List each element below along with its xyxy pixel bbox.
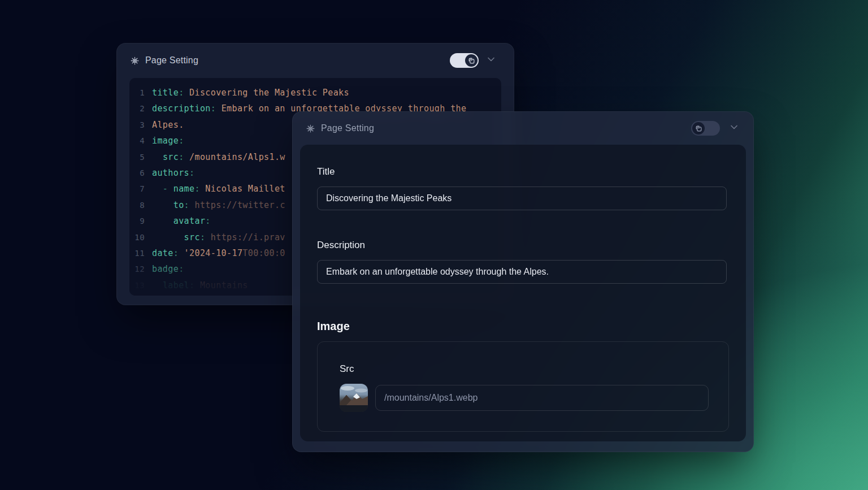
code-line: 1title: Discovering the Majestic Peaks [129, 85, 501, 101]
src-field-label: Src [340, 363, 709, 375]
line-number: 11 [134, 245, 145, 261]
line-number: 3 [134, 117, 145, 133]
chevron-down-icon[interactable] [728, 122, 740, 135]
line-number: 12 [134, 261, 145, 277]
code-view-icon [692, 122, 705, 135]
line-number: 5 [134, 149, 145, 165]
title-input[interactable] [317, 187, 727, 210]
line-number: 6 [134, 165, 145, 181]
code-view-icon [465, 54, 478, 67]
line-number: 1 [134, 85, 145, 101]
image-settings-card: Src [317, 341, 729, 432]
line-number: 8 [134, 197, 145, 213]
image-section-heading: Image [317, 320, 727, 333]
line-number: 10 [134, 229, 145, 245]
src-row [340, 384, 709, 412]
line-number: 2 [134, 101, 145, 116]
view-mode-toggle[interactable] [450, 53, 479, 68]
code-panel-header: Page Setting [117, 44, 514, 77]
line-number: 9 [134, 213, 145, 229]
image-src-input[interactable] [375, 385, 709, 411]
mountain-photo-thumbnail[interactable] [340, 384, 368, 412]
form-body: Title Description Image Src [300, 145, 746, 441]
gear-icon [306, 124, 315, 133]
gear-icon [130, 56, 140, 66]
chevron-down-icon[interactable] [485, 54, 497, 67]
line-number: 7 [134, 181, 145, 197]
panel-title: Page Setting [321, 123, 374, 133]
panel-title: Page Setting [145, 55, 198, 66]
description-field-label: Description [317, 240, 727, 251]
line-number: 13 [134, 277, 145, 293]
description-input[interactable] [317, 260, 727, 284]
line-number: 4 [134, 133, 145, 149]
form-panel-header: Page Setting [293, 112, 753, 145]
form-settings-panel: Page Setting Title Description Image Src [292, 111, 754, 452]
title-field-label: Title [317, 166, 727, 177]
view-mode-toggle[interactable] [691, 121, 720, 136]
